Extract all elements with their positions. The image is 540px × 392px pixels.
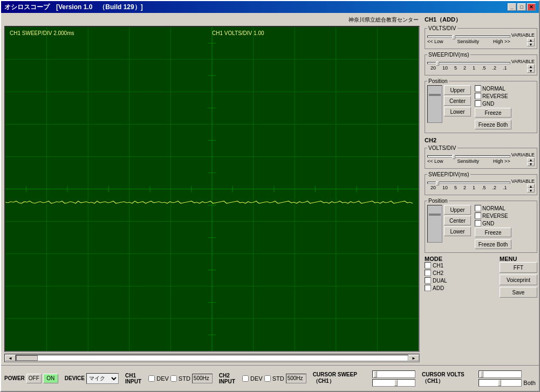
mode-ch1-checkbox[interactable] [425,262,431,269]
ch1-volts-spin-down[interactable]: ▼ [527,42,535,46]
ch1-input-label: CH1 INPUT [125,373,147,384]
ch1-reverse-radio[interactable]: REVERSE [475,93,511,99]
ch1-volts-track[interactable] [427,36,510,38]
ch2-gnd-radio[interactable]: GND [475,220,511,226]
mode-ch2-checkbox[interactable] [425,270,431,276]
right-panel: CH1（ADD） VOLTS/DIV << Low Sensitivity Hi… [423,13,539,365]
scope-scrollbar[interactable]: ◄ ► [4,354,420,362]
ch1-position-indicator [427,85,442,123]
ch1-sens-label: Sensitivity [457,39,480,44]
ch1-sweep-track[interactable] [427,62,510,64]
ch2-dev-checkbox[interactable] [242,375,249,382]
ch1-dev-checkbox[interactable] [148,375,155,382]
maximize-button[interactable]: □ [517,3,526,11]
ch2-freq-input[interactable] [286,374,306,383]
ch1-gnd-radio-box[interactable] [475,100,481,107]
ch2-gnd-radio-box[interactable] [475,220,481,226]
scope-header: 神奈川県立総合教育センター [3,15,421,25]
mode-ch1-item[interactable]: CH1 [425,262,497,269]
ch2-volts-track[interactable] [427,155,510,157]
power-on-button[interactable]: ON [43,374,58,383]
ch1-sweep-variable: VARIABLE ▲ ▼ [511,59,535,73]
ch2-volts-slider-track: << Low Sensitivity High >> [427,154,510,164]
ch1-gnd-radio[interactable]: GND [475,100,511,107]
cursor-volts-both-row: Both [479,379,536,387]
ch2-freeze-button[interactable]: Freeze [475,228,511,237]
close-button[interactable]: ✕ [527,3,536,11]
scroll-thumb[interactable] [16,355,38,361]
mode-dual-checkbox[interactable] [425,277,431,284]
ch2-position-buttons: Upper Center Lower [444,205,471,250]
ch1-sweep-spin-up[interactable]: ▲ [527,64,535,68]
mode-items: CH1 CH2 DUAL ADD [425,262,497,291]
ch2-gnd-label: GND [482,221,494,226]
cursor-sweep-thumb1[interactable] [374,371,377,377]
ch1-freeze-button[interactable]: Freeze [475,108,511,118]
voiceprint-button[interactable]: Voiceprint [500,274,537,285]
cursor-sweep-track2[interactable] [372,379,415,387]
ch2-normal-radio-box[interactable] [475,205,481,211]
cursor-volts-track2[interactable] [479,379,522,387]
ch2-center-button[interactable]: Center [444,216,471,225]
ch1-volts-label: CH1 VOLTS/DIV 1.00 [212,30,264,36]
ch2-reverse-radio-box[interactable] [475,212,481,219]
ch2-pos-marker [429,214,441,216]
ch1-center-button[interactable]: Center [444,96,471,106]
ch1-lower-button[interactable]: Lower [444,107,471,116]
ch2-volts-legend: VOLTS/DIV [427,145,457,151]
mode-ch2-item[interactable]: CH2 [425,270,497,276]
ch2-volts-spin-up[interactable]: ▲ [527,157,535,162]
scroll-right-btn[interactable]: ► [408,355,419,361]
cursor-sweep-track1[interactable] [372,370,415,378]
ch2-position-legend: Position [427,198,449,204]
ch1-normal-radio-box[interactable] [475,85,481,92]
ch2-position-fieldset: Position Upper Center Lower NORMAL [425,198,537,253]
ch2-upper-button[interactable]: Upper [444,205,471,215]
ch2-volts-thumb[interactable] [452,155,455,159]
title-bar: オシロスコープ [Version 1.0 （Build 129）] _ □ ✕ [1,1,539,13]
ch1-upper-button[interactable]: Upper [444,85,471,95]
cursor-volts-thumb2[interactable] [498,380,501,386]
ch2-sweep-spin-up[interactable]: ▲ [527,184,535,188]
mode-dual-item[interactable]: DUAL [425,277,497,284]
ch2-sweep-spin-down[interactable]: ▼ [527,188,535,192]
mode-add-checkbox[interactable] [425,285,431,291]
save-button[interactable]: Save [500,287,537,298]
ch2-volts-spin-down[interactable]: ▼ [527,162,535,166]
cursor-sweep-thumb2[interactable] [394,380,398,386]
ch2-std-checkbox[interactable] [264,375,271,382]
ch2-sweep-thumb[interactable] [436,181,439,185]
cursor-sweep-label: CURSOR SWEEP（CH1） [313,372,371,385]
scroll-left-btn[interactable]: ◄ [5,355,16,361]
bottom-bar: POWER OFF ON DEVICE マイク CH1 INPUT DEV ST… [1,365,539,391]
ch1-freeze-both-button[interactable]: Freeze Both [475,120,511,129]
minimize-button[interactable]: _ [508,3,516,11]
power-off-button[interactable]: OFF [26,374,42,383]
ch1-sweep-thumb[interactable] [436,61,439,66]
device-group: DEVICE マイク [65,373,119,384]
ch1-dev-label: DEV [156,375,169,382]
ch2-freeze-both-button[interactable]: Freeze Both [475,239,511,249]
cursor-volts-track1[interactable] [479,370,522,378]
ch1-normal-radio[interactable]: NORMAL [475,85,511,92]
cursor-volts-sliders: Both [479,370,536,387]
ch1-freq-input[interactable] [192,374,213,383]
ch1-reverse-radio-box[interactable] [475,93,481,99]
device-select[interactable]: マイク [86,373,119,384]
power-group: POWER OFF ON [4,374,58,383]
scroll-track[interactable] [16,355,408,361]
ch1-normal-label: NORMAL [482,86,505,92]
ch1-std-checkbox[interactable] [170,375,177,382]
ch1-volts-spin-up[interactable]: ▲ [527,38,535,42]
ch2-sweep-track[interactable] [427,182,510,184]
cursor-volts-group: CURSOR VOLTS（CH1） Both [422,370,536,387]
ch1-volts-thumb[interactable] [452,35,455,39]
ch2-normal-radio[interactable]: NORMAL [475,205,511,211]
ch2-reverse-radio[interactable]: REVERSE [475,212,511,219]
mode-menu-section: MODE CH1 CH2 DUAL [425,256,537,298]
mode-add-item[interactable]: ADD [425,285,497,291]
fft-button[interactable]: FFT [500,262,537,273]
ch2-lower-button[interactable]: Lower [444,226,471,236]
ch1-sweep-spin-down[interactable]: ▼ [527,68,535,73]
cursor-volts-thumb1[interactable] [480,371,483,377]
